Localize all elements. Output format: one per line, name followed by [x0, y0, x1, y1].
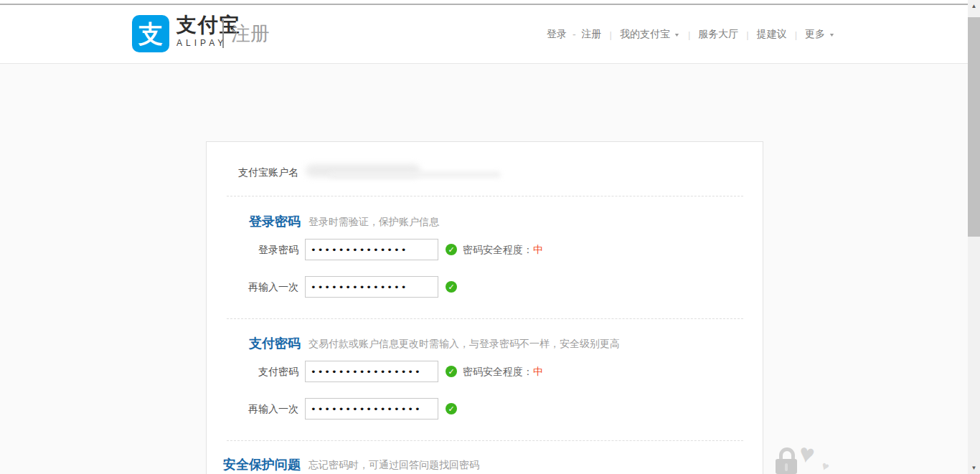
nav-my-alipay-menu[interactable]: 我的支付宝▼ — [620, 28, 680, 41]
login-password-row: 登录密码 ✓ 密码安全程度：中 — [207, 239, 763, 260]
nav-separator: | — [738, 29, 756, 40]
valid-check-icon: ✓ — [446, 244, 457, 255]
alipay-logo-icon[interactable]: 支 — [132, 15, 169, 52]
page-title: 注册 — [231, 21, 270, 47]
nav-suggest-link[interactable]: 提建议 — [757, 28, 787, 41]
nav-separator: | — [602, 29, 620, 40]
strength-level-value: 中 — [533, 366, 543, 377]
security-question-section-header: 安全保护问题 忘记密码时，可通过回答问题找回密码 — [207, 456, 763, 473]
valid-check-icon: ✓ — [446, 366, 457, 377]
section-divider — [227, 196, 743, 196]
strength-level-value: 中 — [533, 244, 543, 255]
pay-password-confirm-label: 再输入一次 — [207, 398, 298, 420]
redacted-account-name — [329, 171, 501, 178]
valid-check-icon: ✓ — [446, 281, 457, 293]
pay-password-section-title: 支付密码 — [207, 335, 301, 352]
pay-password-input[interactable] — [305, 361, 438, 382]
nav-more-menu[interactable]: 更多▼ — [805, 28, 835, 41]
nav-register-link[interactable]: 注册 — [582, 28, 602, 41]
nav-service-hall-link[interactable]: 服务大厅 — [698, 28, 738, 41]
scrollbar-thumb[interactable] — [968, 17, 980, 237]
vertical-scrollbar[interactable]: ▲ ▼ — [968, 0, 980, 474]
header: 支 支付宝 ALIPAY 注册 登录 - 注册 | 我的支付宝▼ | 服务大厅 … — [0, 5, 968, 64]
login-password-section-header: 登录密码 登录时需验证，保护账户信息 — [207, 213, 763, 230]
pay-password-section-header: 支付密码 交易付款或账户信息更改时需输入，与登录密码不一样，安全级别更高 — [207, 335, 763, 352]
nav-separator: - — [567, 29, 582, 40]
alipay-register-page: 支 支付宝 ALIPAY 注册 登录 - 注册 | 我的支付宝▼ | 服务大厅 … — [0, 0, 980, 474]
login-password-section-title: 登录密码 — [207, 213, 301, 230]
scroll-down-arrow-icon[interactable]: ▼ — [968, 465, 980, 471]
login-password-confirm-input[interactable] — [305, 276, 438, 298]
pay-password-section-desc: 交易付款或账户信息更改时需输入，与登录密码不一样，安全级别更高 — [308, 338, 620, 351]
account-info-form-panel: 支付宝账户名 登录密码 登录时需验证，保护账户信息 登录密码 ✓ 密码安全程度：… — [206, 141, 763, 474]
lock-icon — [776, 447, 797, 474]
valid-check-icon: ✓ — [446, 403, 457, 414]
login-password-label: 登录密码 — [207, 239, 298, 260]
security-question-section-title: 安全保护问题 — [207, 456, 301, 473]
nav-login-link[interactable]: 登录 — [547, 28, 567, 41]
password-strength-text: 密码安全程度：中 — [463, 361, 543, 382]
chevron-down-icon: ▼ — [674, 32, 680, 38]
pay-password-confirm-input[interactable] — [305, 398, 438, 420]
security-question-section-desc: 忘记密码时，可通过回答问题找回密码 — [308, 459, 479, 472]
chevron-down-icon: ▼ — [829, 32, 835, 38]
login-password-confirm-row: 再输入一次 ✓ — [207, 276, 763, 298]
logo-divider — [222, 19, 224, 48]
section-divider — [227, 440, 743, 441]
account-name-row: 支付宝账户名 — [207, 161, 763, 183]
section-divider — [227, 318, 743, 319]
scroll-up-arrow-icon[interactable]: ▲ — [968, 3, 980, 9]
password-strength-text: 密码安全程度：中 — [463, 239, 543, 260]
nav-separator: | — [680, 29, 698, 40]
login-password-section-desc: 登录时需验证，保护账户信息 — [308, 216, 439, 229]
pay-password-label: 支付密码 — [207, 361, 298, 382]
registration-step-indicator: 1 2 3 ✓ 创建账户 填写账户信息 企业实名认证 注册成功 — [0, 64, 968, 136]
pay-password-row: 支付密码 ✓ 密码安全程度：中 — [207, 361, 763, 382]
account-name-label: 支付宝账户名 — [207, 161, 298, 183]
login-password-confirm-label: 再输入一次 — [207, 276, 298, 298]
lock-keyhole — [785, 463, 788, 471]
nav-separator: | — [787, 29, 805, 40]
header-nav: 登录 - 注册 | 我的支付宝▼ | 服务大厅 | 提建议 | 更多▼ — [547, 28, 835, 41]
pay-password-confirm-row: 再输入一次 ✓ — [207, 398, 763, 420]
login-password-input[interactable] — [305, 239, 438, 260]
